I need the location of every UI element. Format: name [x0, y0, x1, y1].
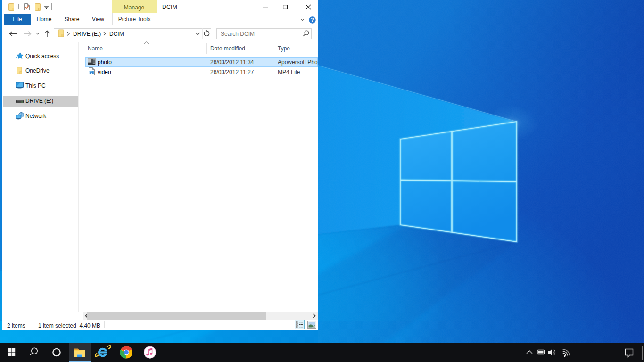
- svg-text:?: ?: [311, 17, 314, 23]
